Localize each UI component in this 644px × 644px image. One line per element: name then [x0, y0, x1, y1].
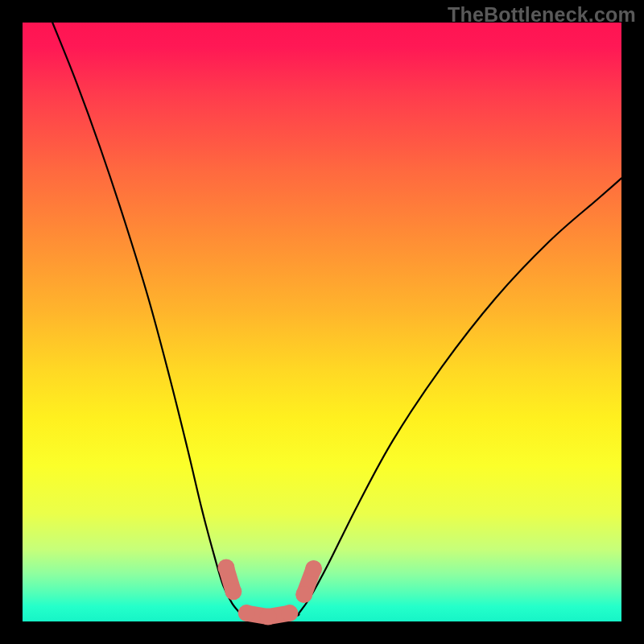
outer-frame: TheBottleneck.com	[0, 0, 644, 644]
marker-left_highlight_mid	[225, 583, 242, 600]
marker-left_highlight_top	[217, 559, 234, 576]
watermark-text: TheBottleneck.com	[448, 3, 636, 27]
marker-valley_left	[238, 605, 255, 621]
marker-highlight-group	[217, 559, 322, 625]
marker-valley_mid	[260, 609, 277, 625]
marker-right_highlight_low	[295, 586, 312, 603]
bottleneck-curve	[52, 23, 621, 618]
marker-valley_right	[281, 605, 298, 621]
chart-overlay-svg	[23, 23, 621, 621]
marker-right_highlight_high	[305, 560, 322, 577]
